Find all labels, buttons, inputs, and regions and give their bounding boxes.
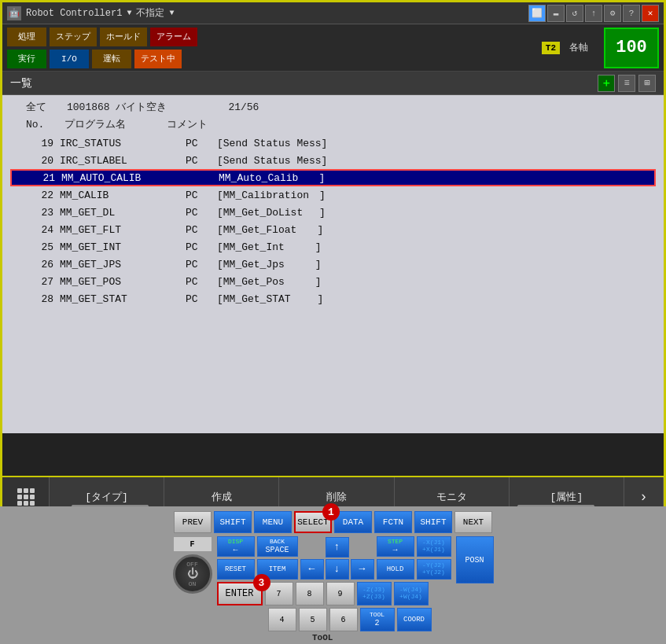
tool-label: ToOL [312, 633, 333, 642]
add-icon[interactable]: ＋ [598, 75, 615, 92]
close-button[interactable]: ✕ [642, 5, 659, 22]
fctn-key[interactable]: FCTN [374, 511, 412, 533]
list-item[interactable]: 25 MM_GET_INT PC [MM_Get_Int ] [10, 238, 656, 256]
toolbar-row1: 処理 ステップ ホールド アラーム [7, 28, 197, 46]
reset-key[interactable]: RESET [217, 559, 255, 580]
kbd-right-panel: POSN [456, 536, 494, 631]
select-key-wrapper: SELECT 1 [294, 511, 332, 533]
title-bar-left: 🤖 Robot Controller1 ▼ 不指定 ▼ [7, 6, 528, 20]
shift-left-key[interactable]: SHIFT [214, 511, 252, 533]
controller-panel: 🤖 Robot Controller1 ▼ 不指定 ▼ ⬜ ▬ ↺ ↑ ⚙ ? … [0, 0, 666, 519]
title-bar: 🤖 Robot Controller1 ▼ 不指定 ▼ ⬜ ▬ ↺ ↑ ⚙ ? … [2, 2, 664, 24]
disp-key[interactable]: DISP ← [217, 536, 255, 557]
process-button[interactable]: 処理 [7, 28, 46, 46]
step-key[interactable]: STEP → [377, 536, 414, 557]
alarm-button[interactable]: アラーム [150, 28, 197, 46]
io-button[interactable]: I/O [50, 50, 89, 68]
prev-key[interactable]: PREV [174, 511, 212, 533]
split-icon[interactable]: ⊞ [638, 75, 656, 92]
view-icon[interactable]: ⬜ [528, 5, 546, 22]
badge-1: 1 [322, 503, 340, 521]
toolbar-row2: 実行 I/O 運転 テスト中 [7, 50, 197, 68]
settings-icon[interactable]: ⚙ [604, 5, 621, 22]
hold-button[interactable]: ホールド [100, 28, 147, 46]
help-icon[interactable]: ? [623, 5, 640, 22]
kbd-row-1: DISP ← RESET BACK SPACE ITEM [217, 536, 451, 580]
refresh-icon[interactable]: ↺ [566, 5, 583, 22]
list-item[interactable]: 28 MM_GET_STAT PC [MM_Get_STAT ] [10, 290, 656, 307]
keyboard-top-row: PREV SHIFT MENU SELECT 1 DATA FCTN SHIFT… [0, 506, 666, 536]
j1plus-key[interactable]: -X(J1) +X(J1) [417, 536, 451, 557]
menu-icon[interactable]: ≡ [618, 75, 635, 92]
percent-display: 100 [604, 28, 659, 68]
num5-key[interactable]: 5 [299, 608, 327, 631]
t2-area: T2 各軸 [542, 41, 593, 54]
j2plus-key[interactable]: -Y(J2) +Y(J2) [417, 559, 451, 580]
kbd-center: DISP ← RESET BACK SPACE ITEM [217, 536, 451, 631]
kbd-left-panel: F OFF ⏻ ON [173, 536, 212, 631]
toolbar-buttons: 処理 ステップ ホールド アラーム 実行 I/O 運転 テスト中 [7, 28, 197, 68]
grid-icon [17, 488, 35, 506]
tool2-key[interactable]: TOOL 2 [360, 608, 395, 631]
list-item-selected[interactable]: 21 MM_AUTO_CALIB MM_Auto_Calib ] [10, 169, 656, 186]
section-title: 一覧 [10, 76, 32, 90]
content-summary: 全て 1001868 バイト空き 21/56 [10, 100, 656, 114]
j3-key[interactable]: -Z(J3) +Z(J3) [357, 582, 392, 605]
list-item[interactable]: 26 MM_GET_JPS PC [MM_Get_Jps ] [10, 256, 656, 273]
list-item[interactable]: 24 MM_GET_FLT PC [MM_Get_Float ] [10, 221, 656, 238]
content-area: 全て 1001868 バイト空き 21/56 No. プログラム名 コメント 1… [2, 95, 664, 433]
section-header: 一覧 ＋ ≡ ⊞ [2, 72, 664, 95]
left-arrow-key[interactable]: ← [300, 559, 324, 580]
program-list: 19 IRC_STATUS PC [Send Status Mess] 20 I… [10, 134, 656, 307]
kbd-row-2: ENTER 3 7 8 9 -Z(J3) +Z(J3) -W(J4) +W(J4… [217, 582, 451, 605]
dropdown1[interactable]: ▼ [127, 9, 131, 17]
dropdown2[interactable]: ▼ [169, 9, 174, 17]
content-header: No. プログラム名 コメント [10, 117, 656, 131]
step-button[interactable]: ステップ [50, 28, 97, 46]
list-item[interactable]: 27 MM_GET_POS PC [MM_Get_Pos ] [10, 273, 656, 290]
data-key[interactable]: DATA [334, 511, 372, 533]
execute-button[interactable]: 実行 [7, 50, 46, 68]
num8-key[interactable]: 8 [296, 582, 324, 605]
test-button[interactable]: テスト中 [134, 50, 182, 68]
operation-button[interactable]: 運転 [92, 50, 131, 68]
controller-label: 不指定 [136, 6, 164, 20]
t2-badge: T2 [542, 42, 560, 54]
list-item[interactable]: 23 MM_GET_DL PC [MM_Get_DoList ] [10, 204, 656, 221]
up-arrow-key[interactable]: ↑ [326, 537, 349, 558]
num6-key[interactable]: 6 [329, 608, 358, 631]
keyboard-section: PREV SHIFT MENU SELECT 1 DATA FCTN SHIFT… [0, 506, 666, 644]
shift-right-key[interactable]: SHIFT [414, 511, 452, 533]
right-arrow-key[interactable]: → [351, 559, 374, 580]
logo-area: F [173, 536, 212, 552]
j4-key[interactable]: -W(J4) +W(J4) [394, 582, 429, 605]
power-button[interactable]: OFF ⏻ ON [173, 554, 212, 594]
posn-key[interactable]: POSN [456, 536, 494, 583]
section-icons: ＋ ≡ ⊞ [598, 75, 656, 92]
arrow-cluster: ↑ ← ↓ → [300, 537, 374, 580]
robot-icon: 🤖 [7, 6, 21, 20]
num9-key[interactable]: 9 [326, 582, 355, 605]
toolbar: 処理 ステップ ホールド アラーム 実行 I/O 運転 テスト中 T2 各軸 1… [2, 24, 664, 72]
badge-3: 3 [253, 574, 270, 591]
up-icon[interactable]: ↑ [585, 5, 602, 22]
down-arrow-key[interactable]: ↓ [326, 559, 349, 580]
num4-key[interactable]: 4 [268, 608, 296, 631]
kbd-row-3: 4 5 6 TOOL 2 COORD [217, 608, 451, 631]
list-item[interactable]: 20 IRC_STLABEL PC [Send Status Mess] [10, 152, 656, 169]
title-bar-icons: ⬜ ▬ ↺ ↑ ⚙ ? ✕ [528, 5, 659, 22]
keyboard-main: F OFF ⏻ ON DISP ← RESET [0, 536, 666, 631]
coord-key[interactable]: COORD [397, 608, 432, 631]
app-name: Robot Controller1 [26, 8, 122, 19]
backspace-key[interactable]: BACK SPACE [257, 536, 298, 557]
hold-key[interactable]: HOLD [377, 559, 414, 580]
next-key[interactable]: NEXT [454, 511, 492, 533]
list-item[interactable]: 19 IRC_STATUS PC [Send Status Mess] [10, 134, 656, 152]
menu-key[interactable]: MENU [254, 511, 292, 533]
layout-icon[interactable]: ▬ [547, 5, 565, 22]
list-item[interactable]: 22 MM_CALIB PC [MM_Calibration ] [10, 186, 656, 204]
axis-label: 各軸 [565, 41, 593, 54]
